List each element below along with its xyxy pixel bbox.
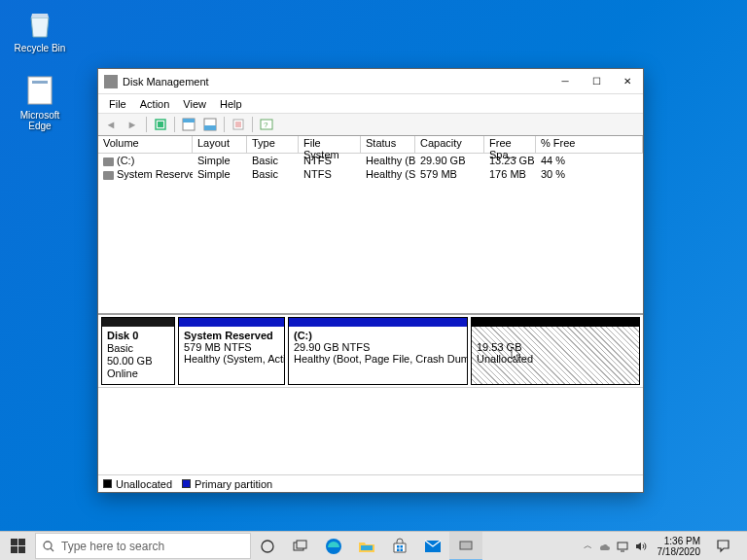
svg-rect-26 bbox=[460, 542, 472, 549]
view-bottom-button[interactable] bbox=[200, 116, 220, 133]
search-icon bbox=[42, 540, 55, 553]
maximize-button[interactable]: ☐ bbox=[581, 69, 612, 93]
edge-icon[interactable]: Microsoft Edge bbox=[10, 73, 70, 131]
legend-primary-swatch bbox=[182, 479, 191, 488]
svg-rect-10 bbox=[11, 539, 18, 545]
onedrive-tray-icon[interactable] bbox=[597, 540, 611, 553]
svg-rect-6 bbox=[204, 125, 216, 130]
svg-line-15 bbox=[51, 548, 53, 551]
back-button[interactable]: ◄ bbox=[101, 116, 121, 133]
taskview-icon[interactable] bbox=[284, 532, 317, 561]
svg-point-14 bbox=[44, 542, 52, 549]
store-taskbar-icon[interactable] bbox=[383, 532, 416, 561]
svg-rect-12 bbox=[11, 546, 18, 553]
partition-c[interactable]: (C:) 29.90 GB NTFS Healthy (Boot, Page F… bbox=[288, 317, 468, 385]
properties-button[interactable] bbox=[229, 116, 248, 133]
start-button[interactable] bbox=[0, 532, 35, 560]
edge-taskbar-icon[interactable] bbox=[317, 532, 350, 561]
col-capacity[interactable]: Capacity bbox=[415, 136, 484, 154]
svg-rect-18 bbox=[297, 541, 306, 548]
menu-view[interactable]: View bbox=[176, 96, 213, 112]
svg-rect-23 bbox=[397, 548, 400, 551]
menu-action[interactable]: Action bbox=[133, 96, 177, 112]
forward-button[interactable]: ► bbox=[123, 116, 142, 133]
svg-text:?: ? bbox=[264, 121, 268, 129]
menu-file[interactable]: File bbox=[102, 96, 133, 112]
col-type[interactable]: Type bbox=[247, 136, 299, 154]
clock-time: 1:36 PM bbox=[658, 536, 701, 546]
volume-row[interactable]: System Reserved Simple Basic NTFS Health… bbox=[98, 167, 643, 181]
col-status[interactable]: Status bbox=[361, 136, 415, 154]
search-placeholder: Type here to search bbox=[61, 540, 164, 553]
edge-label: Microsoft Edge bbox=[10, 110, 70, 131]
help-button[interactable]: ? bbox=[257, 116, 276, 133]
svg-rect-11 bbox=[18, 539, 25, 545]
desktop[interactable]: Recycle Bin Microsoft Edge Disk Manageme… bbox=[0, 0, 747, 560]
titlebar[interactable]: Disk Management ─ ☐ ✕ bbox=[98, 69, 643, 94]
toolbar: ◄ ► ? bbox=[98, 113, 643, 136]
explorer-taskbar-icon[interactable] bbox=[350, 532, 383, 561]
legend-unalloc-swatch bbox=[103, 479, 112, 488]
legend: Unallocated Primary partition bbox=[98, 474, 643, 492]
window-title: Disk Management bbox=[123, 76, 550, 88]
svg-rect-27 bbox=[618, 542, 627, 549]
svg-rect-21 bbox=[397, 545, 400, 548]
partition-unallocated[interactable]: 19.53 GB Unallocated bbox=[471, 317, 640, 385]
disk-header[interactable]: Disk 0 Basic 50.00 GB Online bbox=[101, 317, 175, 385]
cursor-icon bbox=[511, 346, 522, 362]
minimize-button[interactable]: ─ bbox=[550, 69, 581, 93]
col-volume[interactable]: Volume bbox=[98, 136, 193, 154]
refresh-button[interactable] bbox=[151, 116, 170, 133]
notifications-icon[interactable] bbox=[710, 539, 735, 553]
legend-primary-label: Primary partition bbox=[195, 478, 272, 490]
svg-rect-22 bbox=[401, 545, 404, 548]
disk-state: Online bbox=[107, 368, 138, 379]
disk-graphical-view: Disk 0 Basic 50.00 GB Online System Rese… bbox=[98, 315, 643, 388]
recycle-bin-label: Recycle Bin bbox=[10, 43, 70, 53]
svg-point-16 bbox=[262, 541, 273, 552]
col-layout[interactable]: Layout bbox=[193, 136, 247, 154]
clock-date: 7/18/2020 bbox=[658, 546, 701, 557]
volume-icon bbox=[103, 158, 114, 166]
col-fs[interactable]: File System bbox=[299, 136, 361, 154]
svg-rect-13 bbox=[18, 546, 25, 553]
disk-size: 50.00 GB bbox=[107, 355, 152, 367]
disk-label: Disk 0 bbox=[107, 330, 138, 341]
volume-tray-icon[interactable] bbox=[634, 540, 648, 553]
legend-unalloc-label: Unallocated bbox=[116, 478, 172, 490]
menubar: File Action View Help bbox=[98, 94, 643, 113]
diskmgmt-taskbar-icon[interactable] bbox=[449, 532, 482, 561]
svg-rect-2 bbox=[158, 122, 163, 127]
svg-rect-20 bbox=[361, 545, 373, 550]
volume-row[interactable]: (C:) Simple Basic NTFS Healthy (B... 29.… bbox=[98, 154, 643, 167]
mail-taskbar-icon[interactable] bbox=[416, 532, 449, 561]
partition-system-reserved[interactable]: System Reserved 579 MB NTFS Healthy (Sys… bbox=[178, 317, 285, 385]
system-tray: ︿ 1:36 PM 7/18/2020 bbox=[584, 532, 748, 560]
taskbar: Type here to search ︿ 1:36 PM 7/18/2020 bbox=[0, 531, 747, 560]
search-input[interactable]: Type here to search bbox=[35, 533, 251, 559]
col-free[interactable]: Free Spa... bbox=[484, 136, 536, 154]
clock[interactable]: 1:36 PM 7/18/2020 bbox=[653, 536, 706, 557]
column-headers: Volume Layout Type File System Status Ca… bbox=[98, 136, 643, 154]
cortana-icon[interactable] bbox=[251, 532, 284, 561]
recycle-bin-icon[interactable]: Recycle Bin bbox=[10, 6, 70, 53]
disk-type: Basic bbox=[107, 342, 133, 354]
col-pct[interactable]: % Free bbox=[536, 136, 643, 154]
volume-list[interactable]: Volume Layout Type File System Status Ca… bbox=[98, 136, 643, 315]
view-top-button[interactable] bbox=[179, 116, 198, 133]
lower-pane bbox=[98, 388, 643, 474]
menu-help[interactable]: Help bbox=[213, 96, 249, 112]
close-button[interactable]: ✕ bbox=[612, 69, 643, 93]
disk-management-window: Disk Management ─ ☐ ✕ File Action View H… bbox=[97, 68, 644, 493]
app-icon bbox=[104, 75, 118, 88]
network-tray-icon[interactable] bbox=[616, 540, 629, 553]
svg-rect-24 bbox=[401, 548, 404, 551]
tray-chevron-icon[interactable]: ︿ bbox=[584, 540, 592, 552]
svg-rect-4 bbox=[183, 119, 195, 122]
volume-icon bbox=[103, 171, 114, 180]
